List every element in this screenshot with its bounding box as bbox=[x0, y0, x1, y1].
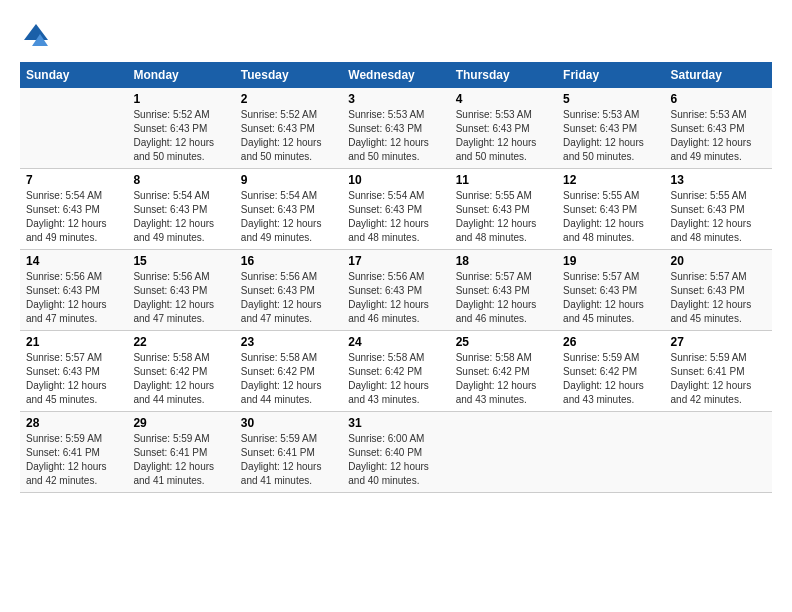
day-info: Sunrise: 5:54 AM Sunset: 6:43 PM Dayligh… bbox=[26, 189, 121, 245]
calendar-cell: 10Sunrise: 5:54 AM Sunset: 6:43 PM Dayli… bbox=[342, 169, 449, 250]
calendar-cell: 28Sunrise: 5:59 AM Sunset: 6:41 PM Dayli… bbox=[20, 412, 127, 493]
day-number: 10 bbox=[348, 173, 443, 187]
day-info: Sunrise: 5:52 AM Sunset: 6:43 PM Dayligh… bbox=[133, 108, 228, 164]
calendar-cell: 27Sunrise: 5:59 AM Sunset: 6:41 PM Dayli… bbox=[665, 331, 772, 412]
day-number: 20 bbox=[671, 254, 766, 268]
calendar-cell bbox=[665, 412, 772, 493]
calendar-week-row: 28Sunrise: 5:59 AM Sunset: 6:41 PM Dayli… bbox=[20, 412, 772, 493]
day-info: Sunrise: 5:55 AM Sunset: 6:43 PM Dayligh… bbox=[456, 189, 551, 245]
day-number: 14 bbox=[26, 254, 121, 268]
calendar-cell: 5Sunrise: 5:53 AM Sunset: 6:43 PM Daylig… bbox=[557, 88, 664, 169]
day-info: Sunrise: 5:56 AM Sunset: 6:43 PM Dayligh… bbox=[26, 270, 121, 326]
day-info: Sunrise: 5:56 AM Sunset: 6:43 PM Dayligh… bbox=[348, 270, 443, 326]
day-number: 12 bbox=[563, 173, 658, 187]
calendar-cell bbox=[557, 412, 664, 493]
calendar-cell: 15Sunrise: 5:56 AM Sunset: 6:43 PM Dayli… bbox=[127, 250, 234, 331]
calendar-cell: 19Sunrise: 5:57 AM Sunset: 6:43 PM Dayli… bbox=[557, 250, 664, 331]
day-number: 31 bbox=[348, 416, 443, 430]
day-number: 30 bbox=[241, 416, 336, 430]
weekday-header-thursday: Thursday bbox=[450, 62, 557, 88]
day-info: Sunrise: 5:58 AM Sunset: 6:42 PM Dayligh… bbox=[241, 351, 336, 407]
calendar-cell bbox=[450, 412, 557, 493]
weekday-header-tuesday: Tuesday bbox=[235, 62, 342, 88]
day-info: Sunrise: 5:58 AM Sunset: 6:42 PM Dayligh… bbox=[133, 351, 228, 407]
day-info: Sunrise: 5:57 AM Sunset: 6:43 PM Dayligh… bbox=[456, 270, 551, 326]
calendar-cell: 18Sunrise: 5:57 AM Sunset: 6:43 PM Dayli… bbox=[450, 250, 557, 331]
day-number: 8 bbox=[133, 173, 228, 187]
day-info: Sunrise: 5:58 AM Sunset: 6:42 PM Dayligh… bbox=[348, 351, 443, 407]
day-info: Sunrise: 5:53 AM Sunset: 6:43 PM Dayligh… bbox=[671, 108, 766, 164]
day-info: Sunrise: 5:57 AM Sunset: 6:43 PM Dayligh… bbox=[671, 270, 766, 326]
day-number: 23 bbox=[241, 335, 336, 349]
day-number: 17 bbox=[348, 254, 443, 268]
day-number: 2 bbox=[241, 92, 336, 106]
day-number: 9 bbox=[241, 173, 336, 187]
calendar-cell: 9Sunrise: 5:54 AM Sunset: 6:43 PM Daylig… bbox=[235, 169, 342, 250]
day-info: Sunrise: 5:59 AM Sunset: 6:42 PM Dayligh… bbox=[563, 351, 658, 407]
logo bbox=[20, 20, 56, 52]
calendar-week-row: 21Sunrise: 5:57 AM Sunset: 6:43 PM Dayli… bbox=[20, 331, 772, 412]
day-info: Sunrise: 5:58 AM Sunset: 6:42 PM Dayligh… bbox=[456, 351, 551, 407]
day-info: Sunrise: 5:57 AM Sunset: 6:43 PM Dayligh… bbox=[26, 351, 121, 407]
day-number: 11 bbox=[456, 173, 551, 187]
calendar-week-row: 1Sunrise: 5:52 AM Sunset: 6:43 PM Daylig… bbox=[20, 88, 772, 169]
day-info: Sunrise: 5:59 AM Sunset: 6:41 PM Dayligh… bbox=[241, 432, 336, 488]
day-info: Sunrise: 5:53 AM Sunset: 6:43 PM Dayligh… bbox=[348, 108, 443, 164]
day-number: 21 bbox=[26, 335, 121, 349]
page-header bbox=[20, 20, 772, 52]
day-number: 24 bbox=[348, 335, 443, 349]
calendar-cell: 6Sunrise: 5:53 AM Sunset: 6:43 PM Daylig… bbox=[665, 88, 772, 169]
day-info: Sunrise: 5:59 AM Sunset: 6:41 PM Dayligh… bbox=[133, 432, 228, 488]
calendar-cell: 13Sunrise: 5:55 AM Sunset: 6:43 PM Dayli… bbox=[665, 169, 772, 250]
day-number: 5 bbox=[563, 92, 658, 106]
logo-icon bbox=[20, 20, 52, 52]
weekday-header-monday: Monday bbox=[127, 62, 234, 88]
calendar-cell: 30Sunrise: 5:59 AM Sunset: 6:41 PM Dayli… bbox=[235, 412, 342, 493]
weekday-header-friday: Friday bbox=[557, 62, 664, 88]
calendar-cell: 7Sunrise: 5:54 AM Sunset: 6:43 PM Daylig… bbox=[20, 169, 127, 250]
day-number: 1 bbox=[133, 92, 228, 106]
svg-marker-0 bbox=[24, 24, 48, 40]
day-info: Sunrise: 5:55 AM Sunset: 6:43 PM Dayligh… bbox=[671, 189, 766, 245]
day-number: 16 bbox=[241, 254, 336, 268]
day-number: 7 bbox=[26, 173, 121, 187]
day-info: Sunrise: 5:54 AM Sunset: 6:43 PM Dayligh… bbox=[348, 189, 443, 245]
calendar-cell: 23Sunrise: 5:58 AM Sunset: 6:42 PM Dayli… bbox=[235, 331, 342, 412]
calendar-cell: 31Sunrise: 6:00 AM Sunset: 6:40 PM Dayli… bbox=[342, 412, 449, 493]
calendar-cell: 22Sunrise: 5:58 AM Sunset: 6:42 PM Dayli… bbox=[127, 331, 234, 412]
calendar-cell: 4Sunrise: 5:53 AM Sunset: 6:43 PM Daylig… bbox=[450, 88, 557, 169]
day-info: Sunrise: 5:53 AM Sunset: 6:43 PM Dayligh… bbox=[456, 108, 551, 164]
day-number: 13 bbox=[671, 173, 766, 187]
calendar-cell: 17Sunrise: 5:56 AM Sunset: 6:43 PM Dayli… bbox=[342, 250, 449, 331]
calendar-cell: 25Sunrise: 5:58 AM Sunset: 6:42 PM Dayli… bbox=[450, 331, 557, 412]
day-info: Sunrise: 5:52 AM Sunset: 6:43 PM Dayligh… bbox=[241, 108, 336, 164]
calendar-cell: 26Sunrise: 5:59 AM Sunset: 6:42 PM Dayli… bbox=[557, 331, 664, 412]
day-number: 4 bbox=[456, 92, 551, 106]
day-number: 29 bbox=[133, 416, 228, 430]
day-number: 25 bbox=[456, 335, 551, 349]
calendar-cell: 16Sunrise: 5:56 AM Sunset: 6:43 PM Dayli… bbox=[235, 250, 342, 331]
calendar-week-row: 14Sunrise: 5:56 AM Sunset: 6:43 PM Dayli… bbox=[20, 250, 772, 331]
day-info: Sunrise: 5:59 AM Sunset: 6:41 PM Dayligh… bbox=[26, 432, 121, 488]
day-info: Sunrise: 5:56 AM Sunset: 6:43 PM Dayligh… bbox=[241, 270, 336, 326]
calendar-cell: 21Sunrise: 5:57 AM Sunset: 6:43 PM Dayli… bbox=[20, 331, 127, 412]
calendar-cell: 12Sunrise: 5:55 AM Sunset: 6:43 PM Dayli… bbox=[557, 169, 664, 250]
calendar-table: SundayMondayTuesdayWednesdayThursdayFrid… bbox=[20, 62, 772, 493]
weekday-header-sunday: Sunday bbox=[20, 62, 127, 88]
calendar-cell: 8Sunrise: 5:54 AM Sunset: 6:43 PM Daylig… bbox=[127, 169, 234, 250]
calendar-week-row: 7Sunrise: 5:54 AM Sunset: 6:43 PM Daylig… bbox=[20, 169, 772, 250]
day-info: Sunrise: 5:57 AM Sunset: 6:43 PM Dayligh… bbox=[563, 270, 658, 326]
day-info: Sunrise: 5:56 AM Sunset: 6:43 PM Dayligh… bbox=[133, 270, 228, 326]
calendar-cell: 20Sunrise: 5:57 AM Sunset: 6:43 PM Dayli… bbox=[665, 250, 772, 331]
day-number: 27 bbox=[671, 335, 766, 349]
day-number: 22 bbox=[133, 335, 228, 349]
calendar-header-row: SundayMondayTuesdayWednesdayThursdayFrid… bbox=[20, 62, 772, 88]
calendar-cell: 2Sunrise: 5:52 AM Sunset: 6:43 PM Daylig… bbox=[235, 88, 342, 169]
calendar-cell: 3Sunrise: 5:53 AM Sunset: 6:43 PM Daylig… bbox=[342, 88, 449, 169]
day-number: 19 bbox=[563, 254, 658, 268]
calendar-cell: 1Sunrise: 5:52 AM Sunset: 6:43 PM Daylig… bbox=[127, 88, 234, 169]
day-number: 26 bbox=[563, 335, 658, 349]
calendar-cell bbox=[20, 88, 127, 169]
day-number: 15 bbox=[133, 254, 228, 268]
calendar-cell: 29Sunrise: 5:59 AM Sunset: 6:41 PM Dayli… bbox=[127, 412, 234, 493]
